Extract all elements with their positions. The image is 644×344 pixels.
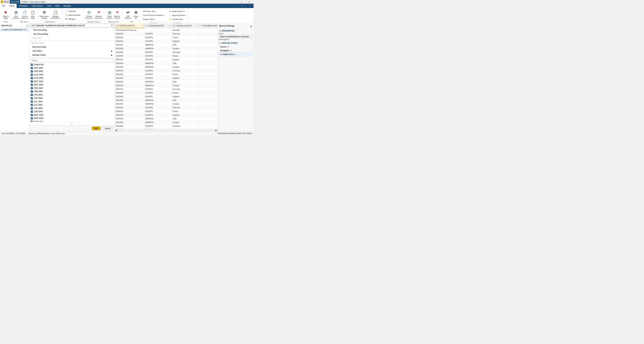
data-type-button[interactable]: Data Type: Text ▾ [142,10,157,13]
filter-item-select-all[interactable]: (Select All) [31,63,113,66]
maximize-button[interactable]: □ [238,0,245,4]
all-properties-link[interactable]: All Properties [219,39,229,41]
keep-rows-button[interactable]: ▤ KeepRows ▾ [106,10,113,20]
scroll-track[interactable] [118,129,215,132]
checkbox-mar-2003[interactable] [31,117,33,120]
checkbox-apr-2003[interactable] [31,67,33,69]
ribbon-collapse[interactable]: ∧ [238,4,246,8]
scroll-right-button[interactable]: ▶ [215,129,218,132]
sort-descending-item[interactable]: ↓ Sort Descending [29,32,114,36]
filter-item-mar-2003[interactable]: MAR 2003 [31,117,113,120]
checkbox-jan-2004[interactable] [31,97,33,99]
filter-item-jun-2003[interactable]: JUN 2003 [31,107,113,110]
qs-properties-header[interactable]: ▼ PROPERTIES [219,30,252,32]
filter-item-feb-2004[interactable]: FEB 2004 [31,90,113,93]
filter-item-feb-2003[interactable]: FEB 2003 [31,86,113,90]
filter-item-dec-2003[interactable]: DEC 2003 [31,80,113,83]
remove-columns-button[interactable]: ✕ RemoveColumns ▾ [94,10,103,20]
filter-item-jan-2003[interactable]: JAN 2003 [31,93,113,97]
table-scroll-area[interactable]: Not Assigned Country (s) Australia 42686… [115,28,218,129]
step-added-items-settings-icon[interactable]: ⚙ [235,54,236,55]
ribbon-help[interactable]: ? [246,4,254,8]
filter-item-apr-2004[interactable]: APR 2004 [31,70,113,73]
filter-item-mar-2004[interactable]: MAR 2004 [31,120,113,122]
search-input[interactable] [31,59,113,62]
checkbox-jun-2003[interactable] [31,107,33,109]
filter-item-aug-2003[interactable]: AUG 2003 [31,73,113,76]
sort-ascending-item[interactable]: ↑ Sort Ascending [29,28,114,32]
tab-file[interactable]: File [0,4,7,8]
split-column-button[interactable]: ⇌ SplitColumn ▾ [124,10,132,20]
choose-columns-button[interactable]: ⊟ ChooseColumns ▾ [84,10,94,20]
step-navigation-settings-icon[interactable]: ⚙ [230,50,232,52]
tab-manage[interactable]: Manage [62,4,72,8]
data-source-settings-button[interactable]: ⚙ Data sourcesettings [39,10,50,20]
tab-transform[interactable]: Transform [16,4,30,8]
group-by-button[interactable]: ⊞ GroupBy [133,10,139,20]
col-header-3[interactable]: ABC Country.Level 03 ▾ [172,23,199,28]
horizontal-scrollbar[interactable]: ◀ ▶ [115,129,218,132]
combine-files-button[interactable]: 📁 Combine Files [168,18,184,21]
use-first-row-button[interactable]: Use First Row as Headers ▾ [142,14,165,17]
tab-help[interactable]: Help [53,4,62,8]
filter-active-column[interactable]: ABC Calendar Year/Month.Calendar Year/Mo… [30,24,114,27]
merge-queries-button[interactable]: ⊕ Merge Queries ▾ [168,10,186,13]
col-header-4[interactable]: 1.2 Cost stats currency ▾ [199,23,218,28]
close-apply-button[interactable]: ✖ Close &Apply [2,10,9,20]
checkbox-jul-2004[interactable] [31,104,33,106]
col2-dropdown-arrow[interactable]: ▾ [170,25,170,27]
quick-access-save[interactable]: 💾 [4,1,6,3]
qs-applied-steps-header[interactable]: ▼ APPLIED STEPS [219,42,252,44]
checkbox-jan-2003[interactable] [31,94,33,96]
remove-rows-button[interactable]: ✕ RemoveRows ▾ [113,10,121,20]
new-source-button[interactable]: ⊞ NewSource ▾ [12,10,20,20]
col-header-2[interactable]: ABC Country.Level 02 ▾ [144,23,172,28]
col3-dropdown-arrow[interactable]: ▾ [197,25,198,27]
window-close-button[interactable]: ✕ [245,0,253,4]
checkbox-feb-2004[interactable] [31,91,33,93]
enter-data-button[interactable]: 📋 EnterData [30,10,36,20]
replace-values-button[interactable]: Replace Values [142,18,156,21]
ok-button[interactable]: OK [92,127,100,130]
checkbox-feb-2003[interactable] [31,87,33,89]
recent-sources-button[interactable]: 🕐 RecentSources ▾ [20,10,29,20]
sidebar-item-sales-dist[interactable]: ▦ Sales and Distribution: O... [0,28,29,32]
filter-item-apr-2003[interactable]: APR 2003 [31,66,113,70]
checkbox-dec-2003[interactable] [31,80,33,83]
step-navigation[interactable]: Navigation ⚙ [219,49,252,52]
checkbox-aug-2003[interactable] [31,74,33,76]
checkbox-aug-2004[interactable] [31,77,33,79]
tab-add-column[interactable]: Add Column [30,4,45,8]
query-name-field[interactable]: Sales and Distribution: Overview [219,35,252,38]
append-queries-button[interactable]: ↕ Append Queries ▾ [168,14,187,17]
checkbox-apr-2004[interactable] [31,70,33,73]
step-added-items[interactable]: ✕ Added Items ✕ ⚙ [219,52,252,56]
checkbox-jul-2003[interactable] [31,101,33,103]
step-source[interactable]: Source ⚙ [219,45,252,49]
sidebar-collapse-button[interactable]: ◁ [26,24,28,27]
filter-item-jun-2004[interactable]: JUN 2004 [31,110,113,113]
minimize-button[interactable]: ─ [230,0,238,4]
filter-item-dec-2004[interactable]: DEC 2004 [31,83,113,86]
manage-parameters-button[interactable]: 📋 ManageParameters ▾ [50,10,61,20]
cancel-button[interactable]: Cancel [102,127,113,130]
col1-dropdown-arrow[interactable]: ▾ [142,25,143,26]
step-source-settings-icon[interactable]: ⚙ [228,46,229,48]
scroll-left-button[interactable]: ◀ [115,129,118,132]
qs-close-button[interactable]: ✕ [250,25,252,28]
filter-item-mar-1030[interactable]: MAR 1030 [31,113,113,117]
text-filters-item[interactable]: Text Filters ▶ [29,49,114,53]
filter-item-jul-2003[interactable]: JUL 2003 [31,100,113,103]
manage-button[interactable]: ⚙ Manage ▾ [64,17,77,21]
filter-item-jan-2004[interactable]: JAN 2004 [31,97,113,100]
properties-button[interactable]: 📄 Properties [64,10,77,13]
advanced-editor-button[interactable]: 📝 Advanced Editor [64,13,82,17]
checkbox-select-all[interactable] [31,64,33,66]
col-header-1[interactable]: ABC Country.Level 01 ▾ [115,23,144,28]
member-filters-item[interactable]: Member Filters ▶ [29,53,114,57]
checkbox-dec-2004[interactable] [31,84,33,86]
tab-home[interactable]: Home [7,4,16,8]
tab-view[interactable]: View [45,4,53,8]
checkbox-jun-2004[interactable] [31,111,33,113]
remove-empty-item[interactable]: Remove Empty [29,45,114,49]
